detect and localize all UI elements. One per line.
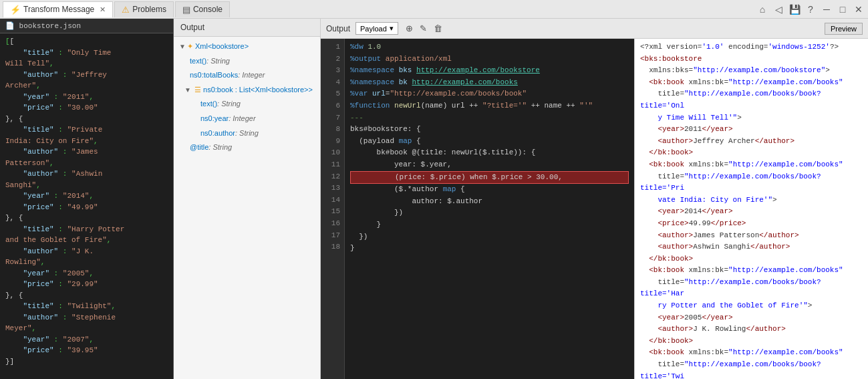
tab-toolbar: ⌂ ◁ 💾 ? ─ □ ✕: [756, 3, 865, 16]
edit-action-button[interactable]: ✎: [418, 23, 429, 33]
tree-totalbooks-type: : Integer: [238, 70, 265, 82]
code-output-area: 12345 678910 1112131415 161718 %dw 1.0 %…: [321, 39, 868, 379]
delete-action-button[interactable]: 🗑: [432, 23, 444, 33]
tab-bar: ⚡ Transform Message ✕ ⚠ Problems ▤ Conso…: [0, 0, 868, 19]
middle-panel-header: Output: [174, 19, 320, 37]
home-button[interactable]: ⌂: [756, 3, 769, 16]
xml-output: <?xml version='1.0' encoding='windows-12…: [634, 39, 868, 379]
tree-book-label: ns0:book : List<Xml<bookstore>>: [203, 84, 313, 96]
tree-item-book-list[interactable]: ▼ ☰ ns0:book : List<Xml<bookstore>>: [174, 83, 320, 98]
right-section: Output Payload ▾ ⊕ ✎ 🗑 Preview 12345: [321, 19, 868, 379]
save-button[interactable]: 💾: [788, 3, 801, 16]
tree-author-label: ns0:author: [200, 128, 235, 140]
tree-totalbooks-label: ns0:totalBooks: [190, 70, 238, 82]
tree-title-attr-type: : String: [208, 142, 232, 154]
tree-content: ▼ ✦ Xml<bookstore> text() : String ns0:t…: [174, 37, 320, 158]
tree-arrow-bookstore: ▼: [179, 41, 186, 52]
tab-transform[interactable]: ⚡ Transform Message ✕: [3, 1, 113, 17]
preview-button[interactable]: Preview: [825, 23, 863, 35]
back-button[interactable]: ◁: [772, 3, 785, 16]
payload-label: Payload: [360, 25, 387, 33]
tree-title-attr-label: @title: [190, 142, 208, 154]
payload-dropdown[interactable]: Payload ▾: [355, 22, 398, 35]
tree-item-title-attr[interactable]: @title : String: [174, 140, 320, 155]
tree-author-type: : String: [235, 128, 259, 140]
tree-text-label: text(): [190, 55, 206, 68]
app-container: ⚡ Transform Message ✕ ⚠ Problems ▤ Conso…: [0, 0, 868, 379]
left-panel-header: 📄 bookstore.json: [0, 19, 173, 33]
middle-panel: Output ▼ ✦ Xml<bookstore> text() : Strin…: [174, 19, 321, 379]
tab-transform-label: Transform Message: [23, 5, 94, 14]
tab-problems[interactable]: ⚠ Problems: [114, 1, 174, 17]
tree-text-type: : String: [206, 55, 230, 68]
add-action-button[interactable]: ⊕: [404, 23, 415, 33]
tab-console-label: Console: [193, 5, 223, 14]
minimize-button[interactable]: ─: [820, 3, 833, 16]
transform-icon: ⚡: [10, 5, 21, 15]
close-button[interactable]: ✕: [852, 3, 865, 16]
output-toolbar: Output Payload ▾ ⊕ ✎ 🗑 Preview: [321, 19, 868, 39]
code-editor: 12345 678910 1112131415 161718 %dw 1.0 %…: [321, 39, 634, 379]
code-content[interactable]: %dw 1.0 %output application/xml %namespa…: [345, 39, 634, 379]
list-icon: ☰: [194, 84, 201, 96]
tree-item-author[interactable]: ns0:author : String: [174, 126, 320, 141]
output-actions: ⊕ ✎ 🗑: [404, 23, 444, 33]
tree-tag-bookstore: Xml<bookstore>: [195, 41, 249, 53]
tree-item-bookstore[interactable]: ▼ ✦ Xml<bookstore>: [174, 39, 320, 54]
help-button[interactable]: ?: [804, 3, 817, 16]
output-label: Output: [326, 24, 350, 33]
payload-dropdown-icon: ▾: [390, 24, 394, 33]
xml-icon: ✦: [187, 41, 193, 53]
left-panel: 📄 bookstore.json [[ "title" : "Only Time…: [0, 19, 174, 379]
maximize-button[interactable]: □: [836, 3, 849, 16]
tree-book-text-label: text(): [200, 98, 217, 110]
output-header-label: Output: [180, 23, 204, 32]
tree-item-text[interactable]: text() : String: [174, 54, 320, 69]
tab-problems-label: Problems: [132, 5, 166, 14]
tree-year-label: ns0:year: [200, 113, 229, 125]
json-file-icon: 📄: [5, 21, 15, 30]
tree-item-book-text[interactable]: text() : String: [174, 97, 320, 112]
console-icon: ▤: [182, 5, 190, 15]
json-content: [[ "title" : "Only Time Will Tell", "aut…: [5, 36, 168, 367]
tree-item-totalbooks[interactable]: ns0:totalBooks : Integer: [174, 68, 320, 83]
line-numbers: 12345 678910 1112131415 161718: [321, 39, 345, 379]
json-filename: bookstore.json: [19, 22, 81, 30]
tree-item-year[interactable]: ns0:year : Integer: [174, 112, 320, 126]
main-content: 📄 bookstore.json [[ "title" : "Only Time…: [0, 19, 868, 379]
problems-icon: ⚠: [122, 5, 130, 15]
tree-book-text-type: : String: [217, 98, 241, 110]
tree-arrow-book: ▼: [184, 85, 191, 96]
tab-transform-close[interactable]: ✕: [100, 5, 106, 14]
tab-console[interactable]: ▤ Console: [175, 1, 230, 17]
tree-year-type: : Integer: [229, 113, 255, 125]
